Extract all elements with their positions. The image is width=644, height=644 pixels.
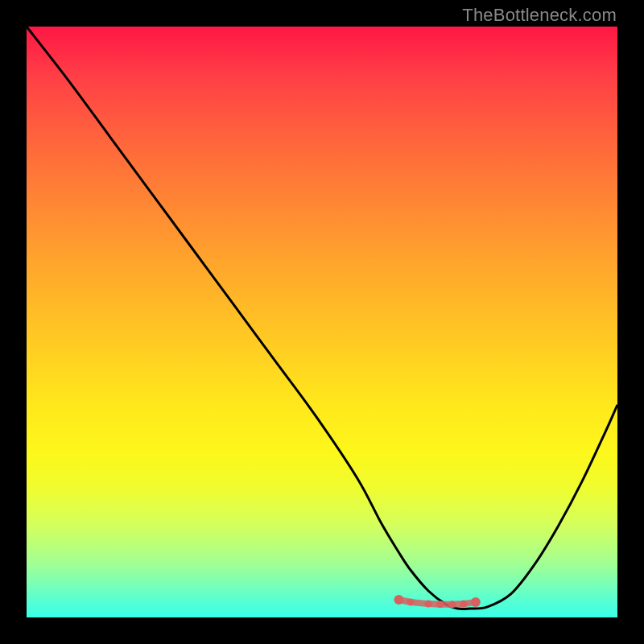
optimal-range-marker (407, 598, 415, 605)
bottleneck-chart: TheBottleneck.com (0, 0, 644, 644)
curve-layer (27, 27, 617, 617)
optimal-range-marker (471, 597, 481, 607)
optimal-range-marker (436, 601, 444, 608)
optimal-range-marker (460, 601, 468, 608)
optimal-range-marker (425, 601, 432, 608)
bottleneck-curve (27, 27, 617, 609)
optimal-range-marker (394, 595, 403, 605)
watermark-label: TheBottleneck.com (462, 5, 617, 26)
plot-area (27, 27, 617, 617)
optimal-range-marker (448, 601, 456, 608)
